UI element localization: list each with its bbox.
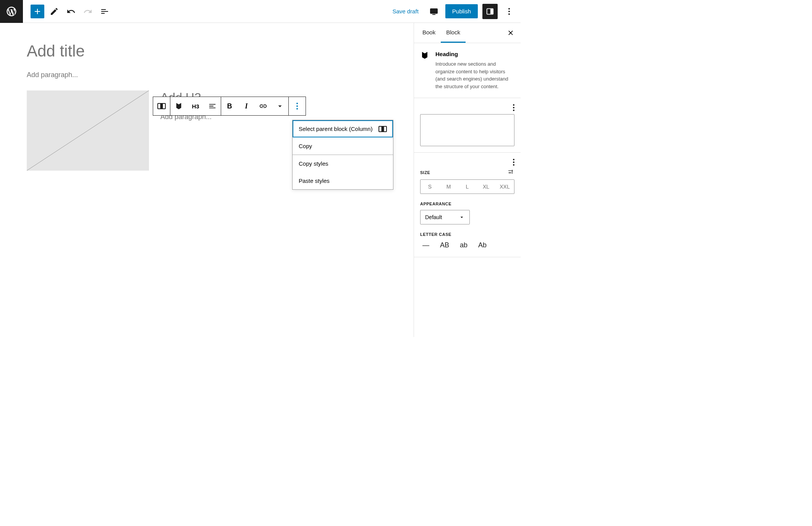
appearance-select[interactable]: Default (420, 210, 470, 224)
block-toolbar: H3 B I (153, 97, 306, 116)
heading-icon (420, 51, 429, 60)
italic-button[interactable]: I (238, 97, 255, 115)
paragraph-block[interactable]: Add paragraph... (27, 71, 387, 79)
wordpress-logo[interactable] (0, 0, 23, 23)
image-block-placeholder[interactable] (27, 90, 149, 171)
view-button[interactable] (427, 5, 441, 18)
post-title-input[interactable]: Add title (27, 42, 387, 60)
bold-button[interactable]: B (221, 97, 238, 115)
svg-point-4 (510, 172, 511, 173)
empty-dropdown[interactable] (420, 114, 514, 146)
save-draft-button[interactable]: Save draft (388, 5, 422, 18)
size-xl-button[interactable]: XL (477, 180, 495, 194)
tab-book[interactable]: Book (417, 23, 441, 43)
size-s-button[interactable]: S (421, 180, 439, 194)
case-none-button[interactable]: — (420, 240, 432, 251)
size-l-button[interactable]: L (458, 180, 477, 194)
redo-button (81, 5, 95, 18)
document-outline-button[interactable] (98, 5, 112, 18)
add-block-button[interactable] (31, 5, 44, 18)
appearance-label: APPEARANCE (420, 202, 451, 206)
copy-menu-item[interactable]: Copy (293, 137, 393, 155)
column-icon (379, 126, 387, 132)
settings-panel-toggle[interactable] (482, 4, 498, 19)
undo-button[interactable] (64, 5, 78, 18)
select-parent-button[interactable] (153, 97, 170, 115)
close-sidebar-button[interactable] (504, 26, 518, 40)
svg-rect-2 (490, 9, 493, 14)
block-options-menu: Select parent block (Column) Copy Copy s… (292, 120, 393, 190)
case-lower-button[interactable]: ab (458, 240, 470, 251)
panel-options-button[interactable] (513, 104, 514, 111)
block-type-heading-icon[interactable] (170, 97, 187, 115)
tab-block[interactable]: Block (441, 23, 466, 43)
size-label: SIZE (420, 170, 430, 175)
link-button[interactable] (255, 97, 272, 115)
align-button[interactable] (204, 97, 221, 115)
paste-styles-menu-item[interactable]: Paste styles (293, 172, 393, 189)
svg-rect-0 (430, 9, 437, 13)
size-m-button[interactable]: M (439, 180, 458, 194)
svg-point-3 (512, 170, 513, 171)
more-formatting-button[interactable] (272, 97, 288, 115)
letter-case-label: LETTER CASE (420, 232, 451, 237)
block-title: Heading (435, 51, 514, 57)
edit-tool-button[interactable] (47, 5, 61, 18)
block-options-button[interactable] (289, 97, 306, 115)
publish-button[interactable]: Publish (445, 4, 478, 18)
size-xxl-button[interactable]: XXL (495, 180, 514, 194)
case-upper-button[interactable]: AB (438, 240, 451, 251)
size-settings-icon[interactable] (507, 169, 514, 176)
heading-level-button[interactable]: H3 (187, 97, 204, 115)
copy-styles-menu-item[interactable]: Copy styles (293, 155, 393, 172)
block-description: Introduce new sections and organize cont… (435, 60, 514, 90)
select-parent-menu-item[interactable]: Select parent block (Column) (293, 120, 393, 137)
panel-options-button[interactable] (513, 159, 514, 166)
case-capitalize-button[interactable]: Ab (476, 240, 489, 251)
options-menu-button[interactable] (502, 5, 516, 18)
